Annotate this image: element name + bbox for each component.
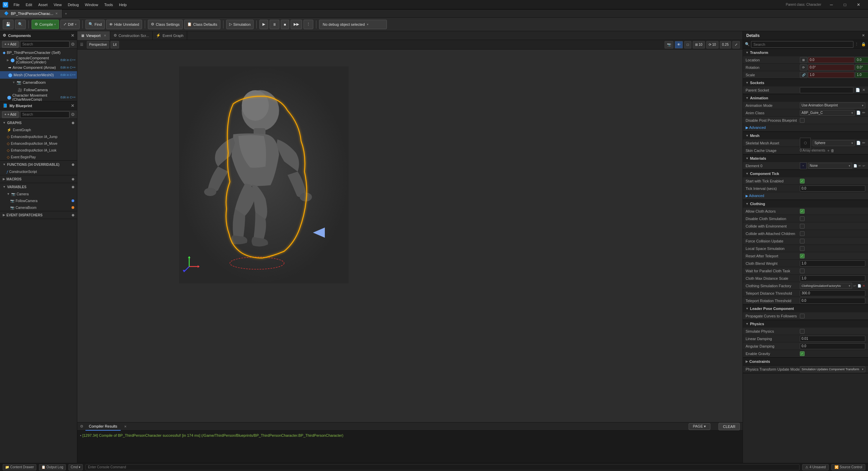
rotation-mode-dropdown[interactable]: ⟳ (800, 64, 807, 71)
linear-damping-input[interactable] (800, 336, 865, 342)
maximize-button[interactable]: ⤢ (732, 41, 740, 48)
component-bp-third-person-self[interactable]: ◆ BP_ThirdPersonCharacter (Self) (0, 49, 77, 56)
component-char-movement[interactable]: ⬤ Character Movement (CharMoveComp) Edit… (0, 94, 77, 101)
component-follow-camera[interactable]: 🎥 FollowCamera (0, 86, 77, 94)
physics-header[interactable]: ▼ Physics (743, 320, 868, 328)
mesh-browse-icon[interactable]: 📄 (856, 141, 861, 145)
menu-view[interactable]: View (51, 2, 64, 7)
clothing-sim-clear-icon[interactable]: ✕ (863, 284, 865, 288)
hamburger-icon[interactable]: ☰ (80, 42, 83, 47)
anim-browse-icon[interactable]: 📄 (856, 111, 861, 115)
anim-edit-icon[interactable]: ✏ (862, 111, 865, 115)
variables-header[interactable]: ▼ VARIABLES ⊕ (0, 183, 77, 191)
socket-clear-icon[interactable]: ✕ (862, 88, 865, 92)
macros-header[interactable]: ▶ MACROS ⊕ (0, 175, 77, 183)
edit-cpp-button[interactable]: Edit in C++ (60, 96, 76, 99)
lit-button[interactable]: Lit (111, 41, 119, 48)
menu-asset[interactable]: Asset (36, 2, 51, 7)
source-control-button[interactable]: 🔀 Source Control (831, 464, 865, 470)
clothing-sim-reset-icon[interactable]: ↩ (853, 284, 856, 288)
skin-cache-delete-icon[interactable]: 🗑 (831, 149, 834, 153)
bp-item-construction-script[interactable]: 𝑓 ConstructionScript (0, 168, 77, 175)
tab-add-button[interactable]: + (62, 12, 69, 16)
tick-interval-input[interactable] (800, 185, 865, 192)
stop-button[interactable]: ■ (281, 20, 289, 29)
teleport-dist-input[interactable] (800, 290, 865, 296)
output-log-button[interactable]: 📋 Output Log (39, 464, 65, 470)
clothing-header[interactable]: ▼ Clothing (743, 200, 868, 208)
blueprint-search-input[interactable] (20, 111, 70, 118)
enable-gravity-checkbox[interactable]: ✓ (800, 351, 805, 356)
blueprint-settings-icon[interactable]: ⚙ (71, 112, 75, 117)
reset-teleport-checkbox[interactable]: ✓ (800, 254, 805, 258)
component-camera-boom[interactable]: ▼ 📷 CameraBoom (0, 79, 77, 86)
rotation-x-input[interactable] (808, 64, 854, 71)
viewport-area[interactable] (77, 50, 743, 422)
mesh-edit-icon[interactable]: ✏ (862, 141, 865, 145)
details-search-input[interactable] (751, 41, 853, 48)
material-dropdown[interactable]: None ▾ (808, 163, 852, 169)
functions-header[interactable]: ▼ FUNCTIONS (34 OVERRIDABLE) ⊕ (0, 161, 77, 168)
collide-children-checkbox[interactable]: ✓ (800, 231, 805, 236)
graphs-add-icon[interactable]: ⊕ (72, 121, 74, 125)
advanced-tick-toggle[interactable]: ▶ Advanced (746, 194, 764, 198)
camera-speed-button[interactable]: 📷 (665, 41, 673, 48)
local-space-checkbox[interactable]: ✓ (800, 246, 805, 251)
maximize-button[interactable]: □ (838, 0, 852, 9)
debug-dropdown[interactable]: No debug object selected ▾ (319, 20, 387, 29)
leader-pose-header[interactable]: ▼ Leader Pose Component (743, 305, 868, 312)
clothing-sim-dropdown[interactable]: ClothingSimulationFactoryNv ▾ (800, 283, 852, 289)
details-close-button[interactable]: ✕ (862, 34, 865, 37)
content-drawer-button[interactable]: 📁 Content Drawer (3, 464, 36, 470)
bp-item-begin-play[interactable]: ◇ Event BeginPlay (0, 154, 77, 160)
scale-snap-button[interactable]: 0.25 (720, 41, 731, 48)
class-settings-button[interactable]: ⚙ Class Settings (148, 20, 182, 29)
bp-item-camera-boom-var[interactable]: 📷 CameraBoom (0, 204, 77, 211)
scale-y-input[interactable] (855, 72, 868, 78)
event-dispatchers-add-icon[interactable]: ⊕ (72, 213, 74, 217)
simulate-physics-checkbox[interactable]: ✓ (800, 329, 805, 334)
bp-item-ia-look[interactable]: ◇ EnhancedInputAction IA_Look (0, 147, 77, 154)
cloth-blend-input[interactable] (800, 260, 865, 267)
grid-snap-button[interactable]: ⊞ 10 (693, 41, 705, 48)
wait-parallel-checkbox[interactable]: ✓ (800, 269, 805, 273)
macros-add-icon[interactable]: ⊕ (72, 177, 74, 181)
physics-transform-dropdown[interactable]: Simulation Updates Component Transform ▾ (800, 366, 865, 372)
event-dispatchers-header[interactable]: ▶ EVENT DISPATCHERS ⊕ (0, 211, 77, 219)
compiler-close-button[interactable]: ✕ (124, 425, 127, 428)
tab-close-icon[interactable]: ✕ (55, 12, 58, 15)
scale-x-input[interactable] (808, 72, 854, 78)
clothing-sim-browse-icon[interactable]: 📄 (857, 284, 861, 288)
force-collision-checkbox[interactable]: ✓ (800, 239, 805, 243)
material-browse-icon[interactable]: 📄 (853, 164, 857, 168)
menu-window[interactable]: Window (82, 2, 101, 7)
components-search-input[interactable] (20, 41, 70, 48)
details-options-button[interactable]: ⋮ (855, 42, 859, 46)
mesh-dropdown[interactable]: Sphere ▾ (813, 140, 855, 146)
bp-item-ia-jump[interactable]: ◇ EnhancedInputAction IA_Jump (0, 133, 77, 140)
bp-item-event-graph[interactable]: ⚡ EventGraph (0, 126, 77, 133)
edit-cpp-button[interactable]: Edit in C++ (60, 58, 76, 62)
menu-debug[interactable]: Debug (65, 2, 81, 7)
components-add-button[interactable]: + + Add (2, 41, 19, 48)
disable-post-process-checkbox[interactable]: ✓ (800, 118, 805, 123)
tab-bp-third-person[interactable]: 🔷 BP_ThirdPersonCharac... ✕ (0, 9, 62, 18)
class-defaults-button[interactable]: 📋 Class Defaults (184, 20, 220, 29)
blueprint-close-button[interactable]: ✕ (71, 103, 74, 108)
location-y-input[interactable] (855, 57, 868, 63)
cmd-dropdown-button[interactable]: Cmd ▾ (68, 464, 83, 470)
animation-header[interactable]: ▼ Animation (743, 94, 868, 102)
cloth-max-dist-input[interactable] (800, 275, 865, 281)
teleport-rot-input[interactable] (800, 298, 865, 304)
settings-icon[interactable]: ⚙ (71, 42, 75, 47)
details-scroll-area[interactable]: ▼ Transform Location ⊞ (743, 49, 868, 463)
bp-item-camera-group[interactable]: ▼ 📷 Camera (0, 191, 77, 197)
functions-add-icon[interactable]: ⊕ (72, 163, 74, 166)
clear-button[interactable]: CLEAR (718, 423, 740, 430)
graphs-header[interactable]: ▼ GRAPHS ⊕ (0, 119, 77, 126)
perspective-button[interactable]: Perspective (87, 41, 109, 48)
edit-cpp-button[interactable]: Edit in C++ (60, 73, 76, 77)
menu-help[interactable]: Help (116, 2, 130, 7)
constraints-header[interactable]: ▶ Constraints (743, 358, 868, 365)
socket-browse-icon[interactable]: 📄 (855, 88, 860, 92)
